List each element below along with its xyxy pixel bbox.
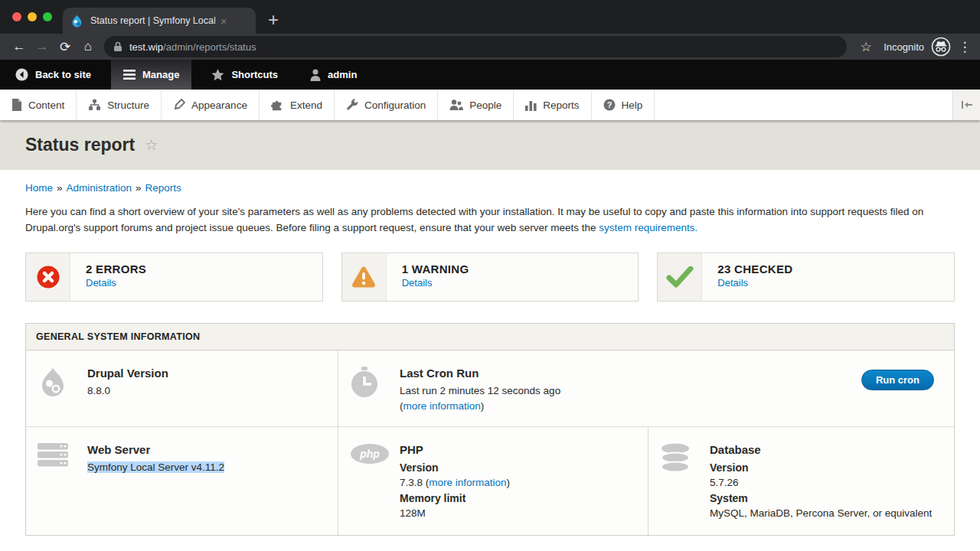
browser-toolbar: ← → ⟳ ⌂ test.wip/admin/reports/status ☆ … [0,34,980,60]
web-server-cell: Web Server Symfony Local Server v4.11.2 [26,427,338,535]
checked-details-link[interactable]: Details [717,277,748,289]
menu-item-people[interactable]: People [438,90,514,120]
warnings-card: 1 WARNING Details [341,253,639,302]
run-cron-button[interactable]: Run cron [861,370,934,390]
menu-item-structure[interactable]: Structure [77,90,162,120]
wrench-icon [346,99,358,111]
paintbrush-icon [173,99,185,111]
url-path: /admin/reports/status [163,41,256,53]
menu-item-reports[interactable]: Reports [514,90,591,120]
last-cron-run-cell: Last Cron Run Last run 2 minutes 12 seco… [338,350,954,426]
menu-item-appearance[interactable]: Appearance [162,90,260,120]
status-summary-cards: 2 ERRORS Details 1 WARNING Details [25,253,955,302]
drupal-drop-icon [38,367,68,400]
shortcuts-button[interactable]: Shortcuts [199,60,290,90]
database-cell: Database Version 5.7.26 System MySQL, Ma… [648,427,954,535]
menu-item-label: Extend [290,99,322,111]
breadcrumb-reports-link[interactable]: Reports [145,182,181,194]
manage-label: Manage [142,69,179,80]
warning-icon [351,266,377,289]
help-icon: ? [603,99,616,111]
database-system-label: System [710,491,932,506]
php-version-label: Version [400,460,510,475]
errors-card-icon-cell [26,253,70,301]
system-info-row-1: Drupal Version 8.8.0 Last Cron Run [26,350,954,427]
menu-item-label: People [469,99,501,111]
home-icon[interactable]: ⌂ [77,39,100,54]
cron-status: Last run 2 minutes 12 seconds ago [400,383,560,399]
forward-icon[interactable]: → [31,39,54,54]
checked-count-label: 23 CHECKED [717,262,792,276]
breadcrumb-home-link[interactable]: Home [25,182,53,194]
kebab-menu-icon[interactable]: ⋮ [957,39,972,55]
web-server-title: Web Server [87,442,224,458]
page-title: Status report [25,135,135,155]
system-info-panel: GENERAL SYSTEM INFORMATION Drupal Versio… [25,323,955,536]
page-header: Status report ☆ [0,120,980,170]
menu-item-label: Configuration [364,99,426,111]
bookmark-star-icon[interactable]: ☆ [854,39,877,55]
browser-tab[interactable]: Status report | Symfony Local Se × [63,8,256,34]
error-icon [37,266,60,289]
bar-chart-icon [525,99,537,111]
back-to-site-label: Back to site [35,69,91,80]
system-requirements-link[interactable]: system requirements. [599,222,697,233]
hamburger-icon [123,70,136,80]
cron-more-information-link[interactable]: more information [403,400,481,412]
manage-button[interactable]: Manage [111,60,191,90]
drupal-admin-toolbar: Back to site Manage Shortcuts admin [0,60,980,90]
check-icon [666,266,694,288]
close-window-button[interactable] [12,12,21,21]
warnings-details-link[interactable]: Details [402,277,433,289]
url-host: test.wip [129,41,163,53]
people-icon [449,99,463,111]
puzzle-icon [271,99,284,111]
menu-item-label: Appearance [191,99,247,111]
menu-item-label: Structure [107,99,149,111]
paren: ) [481,400,485,412]
user-menu-button[interactable]: admin [298,60,369,90]
server-icon [38,443,68,468]
php-more-information-link[interactable]: more information [429,477,506,488]
reload-icon[interactable]: ⟳ [54,39,77,55]
admin-menu-bar: Content Structure Appearance Extend [0,90,980,120]
browser-window: Status report | Symfony Local Se × + ← →… [0,0,980,551]
php-memory-value: 128M [400,506,510,521]
add-shortcut-star-icon[interactable]: ☆ [145,136,158,154]
breadcrumb-administration-link[interactable]: Administration [67,182,132,194]
minimize-window-button[interactable] [28,12,37,21]
shortcuts-label: Shortcuts [231,69,278,80]
errors-details-link[interactable]: Details [86,277,116,289]
address-bar[interactable]: test.wip/admin/reports/status [104,36,847,57]
drupal-version-value: 8.8.0 [87,383,168,399]
breadcrumb-separator: » [57,182,63,194]
lock-icon [113,41,122,52]
back-circle-icon [15,68,28,81]
cron-title: Last Cron Run [400,366,560,381]
user-icon [310,69,321,81]
php-version-value: 7.3.8 [400,477,426,488]
tab-title: Status report | Symfony Local Se [90,15,219,26]
menu-item-configuration[interactable]: Configuration [335,90,438,120]
document-icon [11,99,22,111]
menu-item-content[interactable]: Content [0,90,77,120]
php-cell: php PHP Version 7.3.8 (more information)… [338,427,648,535]
cron-more-info-line: (more information) [400,399,560,414]
toolbar-orientation-toggle[interactable] [952,90,980,120]
maximize-window-button[interactable] [43,12,52,21]
back-to-site-button[interactable]: Back to site [3,60,103,90]
toolbar-toggle-icon [962,101,972,109]
web-server-value-selected: Symfony Local Server v4.11.2 [87,461,224,473]
menu-item-extend[interactable]: Extend [260,90,335,120]
incognito-icon [931,37,951,57]
menu-spacer [655,90,952,120]
back-icon[interactable]: ← [8,39,31,54]
new-tab-icon[interactable]: + [268,9,279,31]
menu-item-help[interactable]: ? Help [592,90,655,120]
checked-card-icon-cell [658,253,702,301]
drupal-version-cell: Drupal Version 8.8.0 [26,350,338,426]
database-title: Database [710,442,932,458]
warnings-count-label: 1 WARNING [402,262,469,276]
clock-icon [350,367,379,399]
tab-strip: Status report | Symfony Local Se × + [0,0,980,34]
